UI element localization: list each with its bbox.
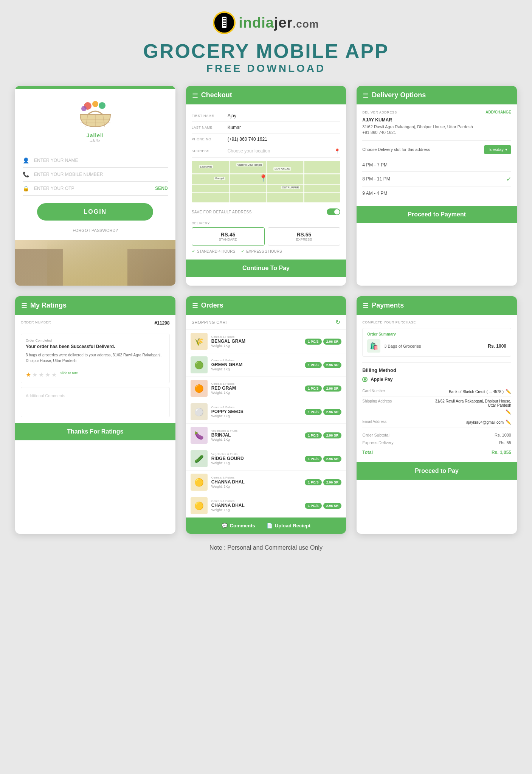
otp-placeholder: ENTER YOUR OTP (34, 186, 74, 191)
subtotal-row: Order Subtotal Rs. 1000 (362, 431, 511, 439)
svg-point-8 (81, 106, 87, 111)
login-button[interactable]: LOGIN (37, 203, 153, 221)
rate-link[interactable]: Slide to rate (60, 371, 78, 375)
divider (362, 140, 511, 141)
day-selector[interactable]: Tuesday ▾ (484, 145, 511, 154)
save-address-toggle[interactable] (327, 208, 340, 215)
customer-phone: +91 860 740 1621 (362, 130, 511, 135)
edit-card-icon[interactable]: ✏️ (506, 389, 511, 394)
upload-receipt-btn[interactable]: 📄 Upload Reciept (267, 523, 311, 528)
orders-title: Orders (201, 302, 223, 309)
procced-to-pay-btn[interactable]: Procced to Pay (357, 462, 517, 480)
standard-delivery-btn[interactable]: RS.45 STANDARD (192, 227, 265, 246)
item-details: Vegetables & Fruits RIDGE GOURD Weight: … (211, 452, 301, 465)
delivery-row: Express Delivery Rs. 55 (362, 439, 511, 446)
mobile-input-row[interactable]: 📞 ENTER YOUR MOBILE NUMBER (23, 168, 168, 182)
channa-dhal-1-image: 🟡 (191, 474, 208, 491)
edit-address-icon[interactable]: ✏️ (506, 409, 511, 415)
star-2: ★ (32, 371, 37, 378)
time-slot-3[interactable]: 9 AM - 4 PM (362, 187, 511, 200)
list-item: 🟢 Cereals & Pulses GREEN GRAM Weight: 1K… (186, 353, 346, 377)
delivery-options-body: DELIVER ADDRESS ADD/CHANGE AJAY KUMAR 31… (357, 104, 517, 206)
order-status-card: Order Completed Your order has been Succ… (21, 334, 170, 383)
payments-title: Payments (372, 302, 404, 309)
name-input-row[interactable]: 👤 ENTER YOUR NAME (23, 154, 168, 168)
comments-btn[interactable]: 💬 Comments (222, 523, 255, 528)
last-name-field: LAST NAME Kumar (192, 122, 341, 134)
svg-point-6 (92, 101, 98, 107)
otp-input-row[interactable]: 🔒 ENTER YOUR OTP SEND (23, 182, 168, 196)
list-item: 🟡 Cereals & Pulses CHANNA DHAL Weight: 1… (186, 471, 346, 494)
sub-title: FREE DOWNLOAD (15, 62, 517, 75)
item-details: Cereals & Pulses CHANNA DHAL Weight: 1Kg (211, 476, 301, 488)
shipping-hours: ✓ STANDARD 4 HOURS ✓ EXPRESS 2 HOURS (192, 249, 341, 254)
time-slot-2[interactable]: 8 PM - 11 PM ✓ (362, 172, 511, 187)
name-placeholder: ENTER YOUR NAME (34, 158, 78, 163)
ratings-title: My Ratings (30, 302, 67, 309)
screens-grid-top: Jalleli جاليلي 👤 ENTER YOUR NAME 📞 ENTER… (15, 86, 517, 286)
basket-icon (76, 100, 114, 132)
billing-method-section: Billing Method Apple Pay Card Number Ban… (362, 362, 511, 427)
logo-text: indiajer.com (239, 15, 319, 31)
address-field: ADDRESS Choose your location 📍 (192, 145, 341, 158)
item-details: Cereals & Pulses POPPY SEEDS Weight: 1Kg (211, 406, 301, 418)
item-details: Cereals & Pulses GREEN GRAM Weight: 1Kg (211, 359, 301, 371)
continue-to-pay-btn[interactable]: Continue To Pay (186, 260, 346, 277)
complete-purchase-label: COMPLETE YOUR PURCHASE (362, 320, 511, 324)
refresh-icon[interactable]: ↻ (335, 319, 340, 326)
main-title: GROCERY MOBILE APP (15, 40, 517, 62)
map-placeholder: Ladhuwas Vaishno Devi Temple DEV NAGAR G… (192, 161, 341, 202)
grand-total-row: Total Rs. 1,055 (362, 448, 511, 457)
star-rating[interactable]: ★ ★ ★ ★ ★ (26, 371, 57, 378)
apple-pay-option[interactable]: Apple Pay (362, 377, 511, 382)
shopping-cart-header: SHOPPING CART ↻ (186, 315, 346, 330)
star-5: ★ (51, 371, 57, 378)
lock-icon: 🔒 (23, 185, 30, 191)
time-slot-1[interactable]: 4 PM - 7 PM (362, 159, 511, 172)
add-change-link[interactable]: ADD/CHANGE (485, 110, 511, 114)
menu-icon-delivery: ☰ (363, 92, 369, 99)
customer-address: 31/62 Rawli Agra Rakabganj, Dholpur Hous… (362, 124, 511, 130)
channa-dhal-2-image: 🟡 (191, 497, 208, 514)
ridge-gourd-image: 🥒 (191, 450, 208, 467)
location-pin-icon: 📍 (334, 148, 340, 154)
apple-pay-radio[interactable] (362, 377, 368, 382)
phone-icon: 📞 (23, 171, 30, 177)
orders-screen: ☰ Orders SHOPPING CART ↻ 🌾 Cereals & Pul… (186, 296, 346, 534)
app-name: Jalleli (87, 132, 104, 138)
item-price-badge: 1 PC/S 2.96 SR (305, 409, 341, 415)
thanks-for-ratings-btn[interactable]: Thanks For Ratings (15, 423, 175, 440)
map-pin: 📍 (259, 174, 267, 182)
orders-footer: 💬 Comments 📄 Upload Reciept (186, 518, 346, 534)
mobile-placeholder: ENTER YOUR MOBILE NUMBER (34, 172, 103, 177)
grocery-bag-icon: 🛍️ (367, 339, 380, 353)
page-wrapper: indiajer.com GROCERY MOBILE APP FREE DOW… (0, 0, 532, 566)
item-price-badge: 1 PC/S 2.96 SR (305, 339, 341, 345)
send-otp-link[interactable]: SEND (155, 186, 168, 191)
menu-icon: ☰ (192, 92, 198, 99)
item-details: Vegetables & Fruits BRINJAL Weight: 1Kg (211, 429, 301, 441)
express-delivery-btn[interactable]: RS.55 EXPRESS (268, 227, 341, 246)
bengal-gram-image: 🌾 (191, 333, 208, 350)
store-background (15, 240, 175, 286)
menu-icon-payments: ☰ (363, 302, 369, 309)
proceed-to-payment-btn[interactable]: Proceed to Payment (357, 206, 517, 223)
shipping-address-row: Shipping Address 31/62 Rawli Agra Rakabg… (362, 397, 511, 417)
express-hours-item: ✓ EXPRESS 2 HOURS (241, 249, 282, 254)
first-name-field: FIRST NAME Ajay (192, 110, 341, 122)
express-check-icon: ✓ (241, 249, 245, 254)
item-details: Cereals & Pulses BENGAL GRAM Weight: 1Kg (211, 335, 301, 348)
summary-row: 🛍️ 3 Bags of Groceries Rs. 1000 (367, 339, 506, 353)
item-details: Cereals & Pulses RED GRAM Weight: 1Kg (211, 382, 301, 395)
forgot-password-link[interactable]: FORGOT PASSWORD? (23, 228, 168, 233)
star-3: ★ (39, 371, 44, 378)
payments-header: ☰ Payments (357, 296, 517, 315)
footer-note: Note : Personal and Commercial use Only (15, 544, 517, 551)
delivery-options-screen: ☰ Delivery Options DELIVER ADDRESS ADD/C… (357, 86, 517, 286)
list-item: ⚪ Cereals & Pulses POPPY SEEDS Weight: 1… (186, 400, 346, 424)
edit-email-icon[interactable]: ✏️ (506, 420, 511, 425)
comments-area[interactable]: Additional Comments (21, 387, 170, 417)
star-1: ★ (26, 371, 31, 378)
checkout-screen: ☰ Checkout FIRST NAME Ajay LAST NAME Kum… (186, 86, 346, 286)
header: indiajer.com GROCERY MOBILE APP FREE DOW… (15, 11, 517, 75)
